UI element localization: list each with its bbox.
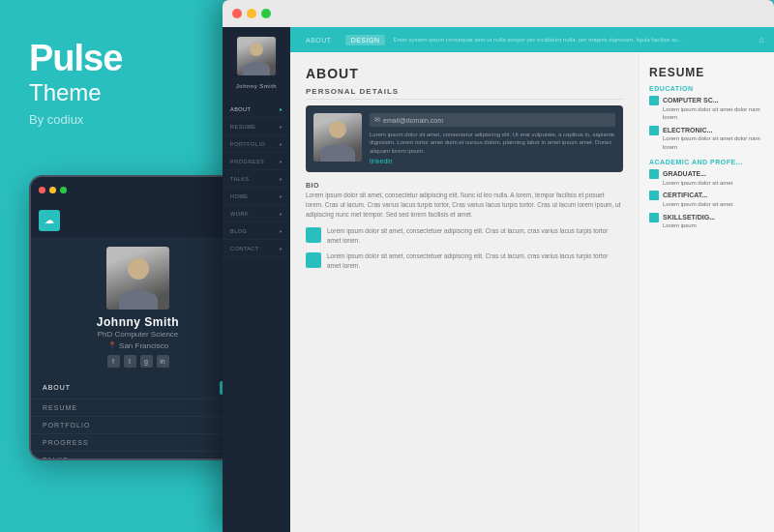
avatar-image <box>106 247 169 310</box>
resume-item-1: ELECTRONIC... Lorem ipsum dolor sit amet… <box>649 126 764 152</box>
desktop-main: ABOUT DESIGN Enter system ipsum consequa… <box>290 27 774 532</box>
academic-title: ACADEMIC AND PROFE... <box>649 159 764 165</box>
mobile-cloud-btn[interactable]: ☁ <box>39 210 60 231</box>
twitter-icon[interactable]: t <box>124 355 136 368</box>
mobile-mockup: ☁ Johnny Smith PhD Computer Science 📍 Sa… <box>29 175 247 460</box>
dot-yellow <box>49 187 56 193</box>
desktop-dot-red <box>232 9 242 18</box>
mobile-social-links: f t g in <box>107 355 169 368</box>
desktop-sidebar: Johnny Smith ABOUT ▸ RESUME ▸ PORTFOLIO … <box>223 27 290 532</box>
ds-arrow-talks: ▸ <box>280 175 283 182</box>
ds-arrow-blog: ▸ <box>280 227 283 234</box>
desktop-tab-design[interactable]: DESIGN <box>345 35 386 45</box>
ds-arrow-portfolio: ▸ <box>280 140 283 147</box>
desktop-tab-about[interactable]: ABOUT <box>300 35 338 45</box>
mobile-user-name: Johnny Smith <box>97 315 179 329</box>
action-item-2: Lorem ipsum dolor sit amet, consectetuer… <box>306 251 623 271</box>
profile-link[interactable]: linkedin <box>370 158 615 164</box>
ds-arrow-home: ▸ <box>280 192 283 199</box>
action-item-1: Lorem ipsum dolor sit amet, consectetuer… <box>306 226 623 246</box>
education-title: EDUCATION <box>649 85 764 92</box>
resume-dot-3 <box>649 169 659 179</box>
ds-arrow-resume: ▸ <box>280 123 283 130</box>
desktop-dot-green <box>261 9 271 18</box>
mobile-titlebar <box>31 177 245 204</box>
bio-text: Lorem ipsum dolor sit amet, consectetur … <box>306 191 623 219</box>
dot-red <box>39 187 45 193</box>
action-icon-1 <box>306 227 321 243</box>
resume-dot-1 <box>649 126 659 135</box>
desktop-content: ABOUT PERSONAL DETAILS ✉ email@domain.co… <box>290 52 774 532</box>
profile-info: ✉ email@domain.com Lorem ipsum dolor sit… <box>370 113 615 164</box>
resume-item-0: COMPUTER SC... Lorem ipsum dolor sit ame… <box>649 96 764 122</box>
about-title: ABOUT <box>306 66 623 81</box>
desktop-topbar: ABOUT DESIGN Enter system ipsum consequa… <box>290 27 774 52</box>
desktop-titlebar <box>223 0 774 27</box>
resume-item-3: GRADUATE... Lorem ipsum dolor sit amet <box>649 169 764 187</box>
ds-nav-progress[interactable]: PROGRESS ▸ <box>223 153 290 170</box>
profile-description: Lorem ipsum dolor sit amet, consectetur … <box>370 131 615 155</box>
ds-arrow-about: ▸ <box>280 105 283 112</box>
nav-item-portfolio[interactable]: PORTFOLIO ▸ <box>31 417 245 434</box>
resume-dot-0 <box>649 96 659 105</box>
facebook-icon[interactable]: f <box>107 355 120 368</box>
desktop-sidebar-avatar <box>237 37 276 75</box>
mobile-header: ☁ <box>31 204 245 237</box>
brand-subtitle: Theme <box>29 79 102 106</box>
desktop-sidebar-name: Johnny Smith <box>236 83 277 89</box>
ds-nav-resume[interactable]: RESUME ▸ <box>223 118 290 135</box>
resume-academic: ACADEMIC AND PROFE... GRADUATE... Lorem … <box>649 159 764 230</box>
mobile-user-location: 📍 San Francisco <box>107 341 168 350</box>
home-icon[interactable]: ⌂ <box>759 35 764 44</box>
mobile-avatar <box>106 247 169 310</box>
ds-arrow-progress: ▸ <box>280 158 283 164</box>
mobile-nav: ABOUT ▸ RESUME ▸ PORTFOLIO ▸ PROGRESS ▸ … <box>31 373 245 460</box>
ds-arrow-contact: ▸ <box>280 245 283 251</box>
profile-email: ✉ email@domain.com <box>370 113 615 127</box>
nav-item-about[interactable]: ABOUT ▸ <box>31 377 245 399</box>
action-text-1: Lorem ipsum dolor sit amet, consectetuer… <box>327 226 623 246</box>
resume-item-4: CERTIFICAT... Lorem ipsum dolor sit amet <box>649 191 764 208</box>
branding-panel: Pulse Theme By codiux ☁ <box>0 0 223 532</box>
personal-details-title: PERSONAL DETAILS <box>306 87 623 100</box>
desktop-dot-yellow <box>247 9 256 18</box>
desktop-mockup: Johnny Smith ABOUT ▸ RESUME ▸ PORTFOLIO … <box>223 0 774 532</box>
dot-green <box>60 187 67 193</box>
resume-dot-4 <box>649 191 659 200</box>
mobile-user-title: PhD Computer Science <box>98 330 179 339</box>
desktop-resume-section: RESUME EDUCATION COMPUTER SC... Lorem ip… <box>639 52 774 532</box>
nav-item-progress[interactable]: PROGRESS ▸ <box>31 434 245 452</box>
ds-arrow-work: ▸ <box>280 210 283 217</box>
resume-education: EDUCATION COMPUTER SC... Lorem ipsum dol… <box>649 85 764 151</box>
mobile-content-area: ☁ Johnny Smith PhD Computer Science 📍 Sa… <box>31 204 245 458</box>
ds-nav-about[interactable]: ABOUT ▸ <box>223 101 290 118</box>
bio-block: Bio Lorem ipsum dolor sit amet, consecte… <box>306 182 623 219</box>
resume-dot-5 <box>649 213 659 222</box>
resume-item-5: SKILLSET/DIG... Lorem ipsum <box>649 213 764 230</box>
linkedin-icon[interactable]: in <box>157 355 169 368</box>
ds-nav-home[interactable]: HOME ▸ <box>223 188 290 205</box>
ds-nav-blog[interactable]: BLOG ▸ <box>223 222 290 240</box>
resume-text-3: GRADUATE... Lorem ipsum dolor sit amet <box>663 169 732 187</box>
brand-by: By codiux <box>29 112 83 127</box>
ds-nav-contact[interactable]: CONTACT ▸ <box>223 240 290 257</box>
ds-nav-portfolio[interactable]: PORTFOLIO ▸ <box>223 135 290 153</box>
desktop-inner: Johnny Smith ABOUT ▸ RESUME ▸ PORTFOLIO … <box>223 27 774 532</box>
resume-text-4: CERTIFICAT... Lorem ipsum dolor sit amet <box>663 191 732 208</box>
nav-item-resume[interactable]: RESUME ▸ <box>31 399 245 417</box>
resume-text-1: ELECTRONIC... Lorem ipsum dolor sit amet… <box>663 126 764 152</box>
resume-text-0: COMPUTER SC... Lorem ipsum dolor sit ame… <box>663 96 764 122</box>
resume-title: RESUME <box>649 66 764 79</box>
mobile-window-dots <box>39 187 67 193</box>
action-text-2: Lorem ipsum dolor sit amet, consectetuer… <box>327 251 623 271</box>
ds-nav-talks[interactable]: TALKS ▸ <box>223 170 290 188</box>
resume-text-5: SKILLSET/DIG... Lorem ipsum <box>663 213 715 230</box>
profile-card: ✉ email@domain.com Lorem ipsum dolor sit… <box>306 105 623 172</box>
mobile-profile-area: Johnny Smith PhD Computer Science 📍 San … <box>31 237 245 373</box>
nav-item-talks[interactable]: TALKS ▸ <box>31 452 245 460</box>
brand-title: Pulse <box>29 39 122 79</box>
desktop-about-section: ABOUT PERSONAL DETAILS ✉ email@domain.co… <box>290 52 639 532</box>
desktop-breadcrumb: Enter system ipsum consequat sem ut null… <box>393 37 751 43</box>
googleplus-icon[interactable]: g <box>140 355 153 368</box>
ds-nav-work[interactable]: WORK ▸ <box>223 205 290 222</box>
